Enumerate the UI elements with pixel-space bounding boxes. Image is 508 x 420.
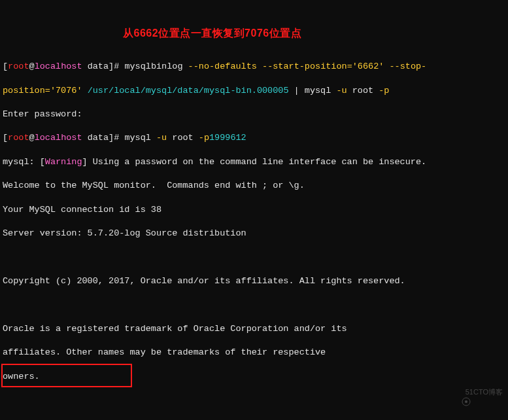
watermark-logo-icon: [454, 388, 463, 397]
flag-p: -p: [379, 86, 389, 96]
watermark: 51CTO博客: [454, 387, 503, 397]
prompt-at: @: [29, 61, 35, 71]
flag-stop-position-part2: position='7076': [3, 86, 82, 96]
flag-u: -u: [156, 133, 167, 143]
enter-password: Enter password:: [3, 109, 505, 120]
annotation-overlay: 从6662位置点一直恢复到7076位置点: [123, 26, 301, 41]
prompt-host: localhost: [35, 133, 82, 143]
watermark-text: 51CTO博客: [466, 387, 503, 397]
password-value: 1999612: [209, 133, 246, 143]
cmd-mysqlbinlog: mysqlbinlog: [124, 61, 188, 71]
prompt-user: root: [8, 133, 29, 143]
trademark-line-1: Oracle is a registered trademark of Orac…: [3, 323, 505, 335]
binlog-path: /usr/local/mysql/data/mysql-bin.000005: [88, 86, 289, 96]
terminal-output[interactable]: [root@localhost data]# mysqlbinlog --no-…: [3, 49, 505, 420]
prompt-path: data: [82, 61, 109, 71]
flag-p: -p: [199, 133, 209, 143]
pipe: | mysql: [289, 86, 337, 96]
shell-prompt-line-1: [root@localhost data]# mysqlbinlog --no-…: [3, 61, 505, 73]
prompt-bracket: [: [3, 61, 8, 71]
shell-prompt-line-1-cont: position='7076' /usr/local/mysql/data/my…: [3, 85, 505, 97]
warning-label: Warning: [45, 157, 82, 167]
trademark-line-3: owners.: [3, 371, 505, 383]
shell-prompt-line-2: [root@localhost data]# mysql -u root -p1…: [3, 132, 505, 144]
prompt-bracket-close: ]#: [109, 61, 124, 71]
svg-point-1: [465, 400, 467, 403]
prompt-host: localhost: [35, 61, 82, 71]
welcome-line-2: Your MySQL connection id is 38: [3, 204, 505, 216]
cmd-mysql: mysql: [124, 133, 156, 143]
flag-u: -u: [336, 86, 347, 96]
flag-no-defaults: --no-defaults: [188, 61, 257, 71]
copyright-line: Copyright (c) 2000, 2017, Oracle and/or …: [3, 275, 505, 287]
flag-stop-position-part1: --stop-: [389, 61, 426, 71]
mysql-warning: mysql: [Warning] Using a password on the…: [3, 156, 505, 168]
flag-start-position: --start-position='6662': [262, 61, 384, 71]
welcome-line-1: Welcome to the MySQL monitor. Commands e…: [3, 180, 505, 192]
welcome-line-3: Server version: 5.7.20-log Source distri…: [3, 228, 505, 239]
prompt-user: root: [8, 61, 29, 71]
trademark-line-2: affiliates. Other names may be trademark…: [3, 347, 505, 359]
